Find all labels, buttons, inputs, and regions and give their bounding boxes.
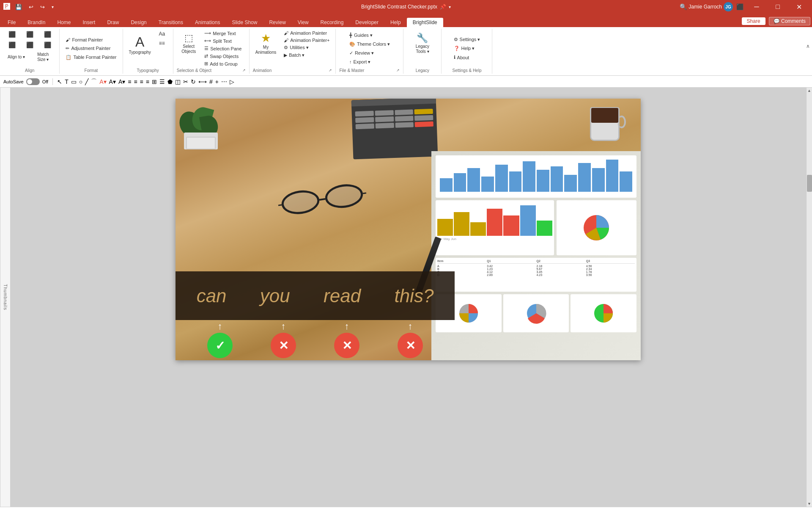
redo-icon[interactable]: ↪	[38, 3, 47, 11]
oval-icon[interactable]: ○	[79, 78, 82, 85]
align-right-icon[interactable]: ≡	[140, 78, 143, 85]
select-objects-btn[interactable]: ⬚ SelectObjects	[178, 30, 199, 57]
align-left-icon[interactable]: ≡	[128, 78, 131, 85]
shape-icon[interactable]: ⬟	[167, 78, 173, 85]
check-circle-4-red[interactable]: ✕	[398, 333, 423, 358]
minimize-button[interactable]: ─	[747, 0, 766, 14]
comments-button[interactable]: 💬 Comments	[769, 17, 810, 25]
tab-transitions[interactable]: Transitions	[153, 18, 189, 27]
scroll-up-arrow[interactable]: ▲	[807, 88, 812, 94]
rotate-icon[interactable]: ↻	[191, 78, 196, 85]
tab-brandin[interactable]: BrandIn	[22, 18, 51, 27]
check-circle-1-green[interactable]: ✓	[207, 333, 233, 358]
align-center-v-btn[interactable]: ⬛	[21, 40, 38, 50]
maximize-button[interactable]: □	[768, 0, 787, 14]
tab-animations[interactable]: Animations	[189, 18, 226, 27]
review-btn[interactable]: ✓Review ▾	[347, 50, 376, 57]
align-top-btn[interactable]: ⬛	[3, 40, 20, 50]
more-tools-icon[interactable]: ⋯	[221, 78, 227, 85]
undo-icon[interactable]: ↩	[27, 3, 35, 11]
font-color-icon[interactable]: A▾	[118, 78, 125, 85]
filemaster-expand-btn[interactable]: ↗	[396, 68, 400, 72]
animation-painter-plus-btn[interactable]: 🖌Animation Painter+	[281, 37, 332, 44]
align-right-btn[interactable]: ⬛	[39, 30, 56, 39]
my-animations-btn[interactable]: ★ MyAnimations	[253, 30, 279, 57]
tab-review[interactable]: Review	[263, 18, 291, 27]
check-circle-2-red[interactable]: ✕	[271, 333, 296, 358]
table-format-painter-btn[interactable]: 📋 Table Format Painter	[63, 54, 119, 61]
add-to-group-btn[interactable]: ⊞Add to Group	[202, 60, 244, 67]
help-btn[interactable]: ❓Help ▾	[451, 45, 477, 52]
shadow-icon[interactable]: ◫	[175, 78, 181, 85]
align-center-h-btn[interactable]: ⬛	[21, 30, 38, 39]
slide-right-scrollbar[interactable]: ▲ ▼	[806, 88, 812, 507]
guides-bar-icon[interactable]: +	[215, 78, 219, 85]
theme-colors-btn[interactable]: 🎨Theme Colors ▾	[347, 41, 392, 48]
tab-brightslide[interactable]: BrightSlide	[407, 18, 443, 27]
guides-btn[interactable]: ╋Guides ▾	[347, 32, 375, 39]
merge-text-btn[interactable]: ⟶Merge Text	[202, 30, 244, 37]
about-btn[interactable]: ℹAbout	[451, 54, 472, 61]
adjustment-painter-btn[interactable]: ✏ Adjustment Painter	[63, 45, 113, 52]
search-icon[interactable]: 🔍	[680, 3, 687, 10]
rectangle-icon[interactable]: ▭	[71, 78, 77, 85]
cursor-icon[interactable]: ↖	[57, 78, 62, 85]
tab-help[interactable]: Help	[384, 18, 407, 27]
tab-design[interactable]: Design	[125, 18, 152, 27]
typography-btn[interactable]: A Typography	[126, 30, 154, 59]
quick-save-icon[interactable]: 💾	[14, 3, 24, 11]
tab-file[interactable]: File	[2, 18, 22, 27]
scroll-thumb[interactable]	[807, 175, 812, 192]
justify-icon[interactable]: ≡	[146, 78, 149, 85]
user-info[interactable]: Jamie Garroch JG	[689, 2, 733, 11]
format-painter-btn[interactable]: 🖌 Format Painter	[63, 36, 105, 43]
share-button[interactable]: Share	[742, 17, 765, 25]
settings-btn[interactable]: ⚙Settings ▾	[451, 36, 483, 43]
tab-draw[interactable]: Draw	[101, 18, 125, 27]
selection-expand-btn[interactable]: ↗	[242, 68, 246, 72]
text-format-icon[interactable]: T	[65, 78, 69, 85]
split-text-btn[interactable]: ⟷Split Text	[202, 37, 244, 44]
utilities-btn[interactable]: ⚙Utilities ▾	[281, 44, 332, 51]
autosave-toggle[interactable]	[26, 78, 40, 85]
animation-expand-btn[interactable]: ↗	[329, 68, 332, 72]
align-bottom-btn[interactable]: ⬛	[39, 40, 56, 50]
text-case-btn[interactable]: Aa	[154, 30, 170, 38]
animation-painter-btn[interactable]: 🖌Animation Painter	[281, 30, 332, 36]
swap-objects-btn[interactable]: ⇄Swap Objects	[202, 52, 244, 60]
ribbon-collapse-btn[interactable]: ∧	[804, 27, 812, 65]
title-dropdown-icon[interactable]: ▾	[449, 5, 451, 9]
scroll-down-arrow[interactable]: ▼	[807, 501, 812, 507]
gridlines-icon[interactable]: #	[209, 78, 213, 85]
ribbon-display-icon[interactable]: ⬛	[735, 3, 745, 11]
more-arrow-icon[interactable]: ▷	[230, 78, 234, 85]
connector-icon[interactable]: ⌒	[91, 78, 97, 86]
check-circle-3-red[interactable]: ✕	[334, 333, 359, 358]
line-icon[interactable]: ╱	[85, 78, 88, 85]
selection-pane-btn[interactable]: ☰Selection Pane	[202, 45, 244, 52]
col-layout-icon[interactable]: ⊞	[152, 78, 157, 85]
pane-icon: ☰	[204, 46, 208, 51]
tab-developer[interactable]: Developer	[349, 18, 384, 27]
outline-color-icon[interactable]: A▾	[109, 78, 116, 85]
close-button[interactable]: ✕	[789, 0, 809, 14]
tab-insert[interactable]: Insert	[77, 18, 101, 27]
match-size-dropdown-btn[interactable]: Match Size ▾	[30, 51, 56, 64]
text-spacing-btn[interactable]: ≡≡	[154, 39, 170, 47]
fill-color-icon[interactable]: A▾	[99, 78, 106, 85]
flip-icon[interactable]: ⟷	[198, 78, 207, 85]
align-left-btn[interactable]: ⬛	[3, 30, 20, 39]
crop-icon[interactable]: ✂	[183, 78, 188, 85]
legacy-tools-btn[interactable]: 🔧 LegacyTools ▾	[412, 30, 433, 57]
tab-view[interactable]: View	[292, 18, 315, 27]
tab-recording[interactable]: Recording	[315, 18, 350, 27]
tab-slideshow[interactable]: Slide Show	[226, 18, 263, 27]
bullets-icon[interactable]: ☰	[159, 78, 165, 85]
align-center-icon[interactable]: ≡	[134, 78, 137, 85]
slide-canvas[interactable]: Apr May Jun ItemQ1Q2Q3	[176, 99, 641, 360]
align-to-dropdown-btn[interactable]: Align to ▾	[3, 51, 29, 64]
tab-home[interactable]: Home	[51, 18, 77, 27]
batch-btn[interactable]: ▶Batch ▾	[281, 52, 332, 59]
customize-qa-icon[interactable]: ▾	[50, 4, 55, 10]
export-btn[interactable]: ↑Export ▾	[347, 58, 373, 66]
